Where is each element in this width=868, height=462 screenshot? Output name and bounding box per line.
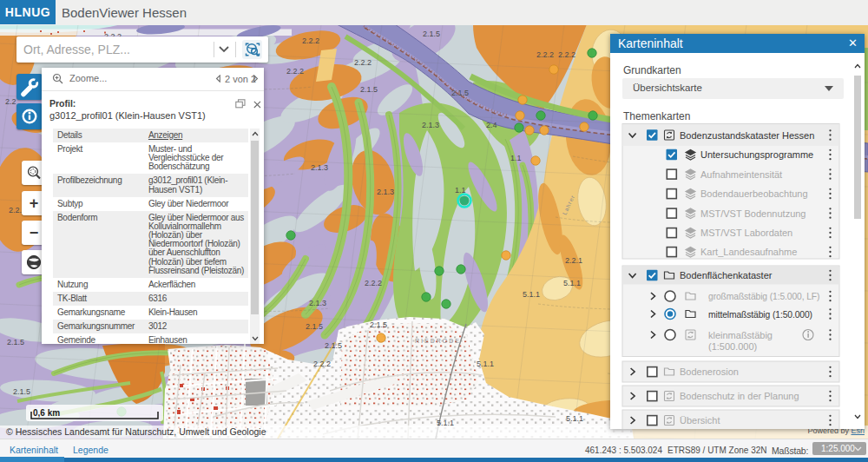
svg-text:2.2.2: 2.2.2 [302,36,319,45]
svg-text:2.1.3: 2.1.3 [377,188,394,196]
svg-text:(1:500.000): (1:500.000) [708,341,757,352]
svg-text:2.1.5: 2.1.5 [451,89,469,97]
svg-text:5.1.1: 5.1.1 [563,279,581,287]
svg-text:2.1.5: 2.1.5 [325,341,342,350]
svg-text:2.1.3: 2.1.3 [309,299,326,307]
svg-text:2.2.2: 2.2.2 [354,58,372,67]
svg-text:RIEDRODE: RIEDRODE [415,338,461,344]
svg-text:mittelmaßstäbig (1:50.000): mittelmaßstäbig (1:50.000) [708,310,812,320]
svg-text:MST/VST Labordaten: MST/VST Labordaten [700,228,792,238]
svg-text:2.2.2: 2.2.2 [536,50,554,59]
svg-text:Aufnahmeintensität: Aufnahmeintensität [700,169,782,180]
svg-text:2.1.5: 2.1.5 [7,338,24,346]
svg-text:2.2.2: 2.2.2 [365,279,382,287]
svg-text:2.1.5: 2.1.5 [13,387,30,396]
svg-text:kleinmaßstäbig: kleinmaßstäbig [708,330,773,340]
svg-text:Untersuchungsprogramme: Untersuchungsprogramme [700,149,813,160]
svg-text:2.2.2: 2.2.2 [558,50,575,59]
svg-text:5.1.1: 5.1.1 [566,414,583,423]
svg-text:Bodenzustandskataster Hessen: Bodenzustandskataster Hessen [680,130,814,141]
svg-text:2.2: 2.2 [5,97,16,106]
svg-text:2.1.5: 2.1.5 [423,30,440,38]
svg-text:2.4: 2.4 [486,121,497,129]
svg-text:0,6 km: 0,6 km [33,408,60,418]
svg-text:Bodendauerbeobachtung: Bodendauerbeobachtung [700,188,808,199]
svg-text:Bodenflächenkataster: Bodenflächenkataster [680,270,773,280]
svg-text:2.2.2: 2.2.2 [313,360,331,368]
svg-text:2.1.5: 2.1.5 [370,320,387,329]
svg-text:2.2.2: 2.2.2 [286,67,304,76]
svg-text:2.2.1: 2.2.1 [565,256,582,265]
svg-text:großmaßstäbig (1:5.000, LF): großmaßstäbig (1:5.000, LF) [708,292,819,301]
svg-text:Kart_Landesaufnahme: Kart_Landesaufnahme [700,247,797,257]
svg-text:2.1.3: 2.1.3 [422,121,439,129]
svg-text:1.1: 1.1 [510,154,522,162]
svg-text:Übersicht: Übersicht [680,415,720,426]
svg-text:2.1.5: 2.1.5 [306,322,323,331]
svg-text:5.1.1: 5.1.1 [523,290,540,299]
svg-text:2.1.5: 2.1.5 [360,85,378,94]
svg-text:Bodenschutz in der Planung: Bodenschutz in der Planung [680,391,799,401]
svg-text:Bodenerosion: Bodenerosion [680,366,739,377]
svg-text:5.1.1: 5.1.1 [477,360,494,368]
svg-text:MST/VST Bodennutzung: MST/VST Bodennutzung [700,208,806,219]
svg-text:2.1.3: 2.1.3 [311,163,328,172]
